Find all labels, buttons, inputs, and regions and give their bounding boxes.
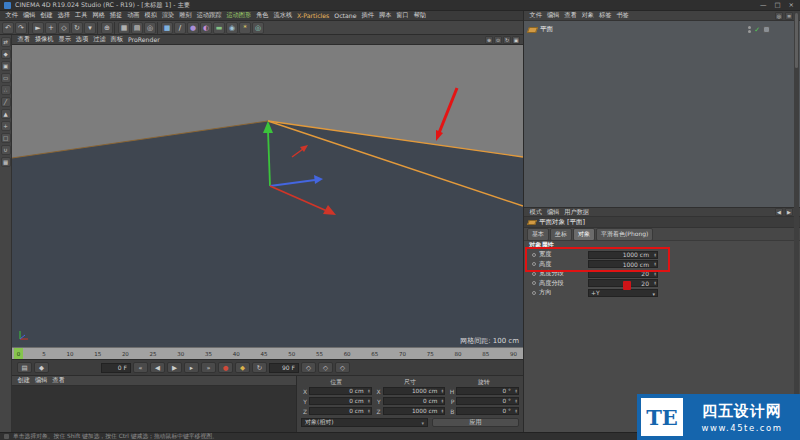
last-tool-icon[interactable]: ▾ xyxy=(84,22,96,34)
timeline-mode-icon[interactable]: ▤ xyxy=(17,362,32,373)
main-menu-item[interactable]: 选择 xyxy=(55,11,72,20)
viewport-menu-item[interactable]: 摄像机 xyxy=(32,35,56,44)
materials-menu-item[interactable]: 创建 xyxy=(15,376,32,385)
subdivision-surface-icon[interactable]: ● xyxy=(187,22,199,34)
timeline-ruler[interactable]: 0 051015202530354045505560657075808590 xyxy=(12,347,523,359)
key-interpolation-icon[interactable]: ◆ xyxy=(34,362,49,373)
deformer-icon[interactable]: ◐ xyxy=(200,22,212,34)
coordinate-field[interactable]: 1000 cm xyxy=(383,407,446,415)
keyframe-dot-icon[interactable] xyxy=(532,281,536,285)
move-tool-icon[interactable]: + xyxy=(45,22,57,34)
model-mode-icon[interactable]: ◆ xyxy=(1,49,11,59)
zoom-view-icon[interactable]: ⊙ xyxy=(494,36,502,44)
main-menu-item[interactable]: 创建 xyxy=(38,11,55,20)
coordinate-field[interactable]: 0 cm xyxy=(309,397,372,405)
polygons-mode-icon[interactable]: ▲ xyxy=(1,109,11,119)
viewport-menu-item[interactable]: 面板 xyxy=(108,35,125,44)
am-history-back-icon[interactable]: ◀ xyxy=(775,208,783,216)
coordinate-field[interactable]: 0 ° xyxy=(456,387,519,395)
separator[interactable] xyxy=(157,22,160,34)
rotate-view-icon[interactable]: ↻ xyxy=(503,36,511,44)
apply-button[interactable]: 应用 xyxy=(432,418,519,427)
render-view-icon[interactable]: ▦ xyxy=(118,22,130,34)
viewport-menu-item[interactable]: 查看 xyxy=(15,35,32,44)
undo-icon[interactable]: ↶ xyxy=(2,22,14,34)
maximize-button[interactable]: □ xyxy=(774,1,780,9)
goto-end-button[interactable]: » xyxy=(201,362,216,373)
keyframe-dot-icon[interactable] xyxy=(532,272,536,276)
floor-icon[interactable]: ▬ xyxy=(213,22,225,34)
record-scale-icon[interactable]: ◇ xyxy=(318,362,333,373)
attribute-tab[interactable]: 对象 xyxy=(573,228,595,241)
om-search-icon[interactable]: ◎ xyxy=(775,12,783,20)
texture-mode-icon[interactable]: ▣ xyxy=(1,61,11,71)
main-menu-item[interactable]: Octane xyxy=(332,12,359,19)
enable-axis-icon[interactable]: + xyxy=(1,121,11,131)
toggle-view-icon[interactable]: ▣ xyxy=(512,36,520,44)
main-menu-item[interactable]: 编辑 xyxy=(20,11,37,20)
object-row[interactable]: 平面 ✓ xyxy=(524,24,800,35)
viewport-solo-icon[interactable]: □ xyxy=(1,133,11,143)
coordinate-mode-dropdown[interactable]: 对象(相对) xyxy=(301,418,428,427)
close-button[interactable]: × xyxy=(789,1,794,9)
viewport-menu-item[interactable]: 显示 xyxy=(56,35,73,44)
make-editable-icon[interactable]: ⇄ xyxy=(1,37,11,47)
points-mode-icon[interactable]: ∴ xyxy=(1,85,11,95)
enabled-check-icon[interactable]: ✓ xyxy=(754,26,760,34)
redo-icon[interactable]: ↷ xyxy=(15,22,27,34)
viewport-menu-item[interactable]: 过滤 xyxy=(91,35,108,44)
scrollbar-thumb[interactable] xyxy=(795,13,798,68)
primitive-cube-icon[interactable]: ■ xyxy=(161,22,173,34)
minimize-button[interactable]: — xyxy=(760,1,767,9)
goto-start-button[interactable]: « xyxy=(133,362,148,373)
record-position-icon[interactable]: ◇ xyxy=(301,362,316,373)
coordinate-field[interactable]: 0 ° xyxy=(456,397,519,405)
coordinate-field[interactable]: 0 cm xyxy=(383,397,446,405)
previous-frame-button[interactable]: ◀ xyxy=(150,362,165,373)
viewport-menu-item[interactable]: 选项 xyxy=(73,35,90,44)
loop-button[interactable]: ↻ xyxy=(252,362,267,373)
attribute-manager-menu-item[interactable]: 模式 xyxy=(527,208,544,217)
camera-icon[interactable]: ◉ xyxy=(226,22,238,34)
main-menu-item[interactable]: 帮助 xyxy=(411,11,428,20)
workplane-mode-icon[interactable]: ▭ xyxy=(1,73,11,83)
render-picture-viewer-icon[interactable]: ▤ xyxy=(131,22,143,34)
am-history-forward-icon[interactable]: ▶ xyxy=(785,208,793,216)
main-menu-item[interactable]: X-Particles xyxy=(295,12,332,19)
edges-mode-icon[interactable]: ╱ xyxy=(1,97,11,107)
object-name[interactable]: 平面 xyxy=(540,25,553,34)
object-manager-menu-item[interactable]: 编辑 xyxy=(544,11,561,20)
object-manager-list[interactable]: 平面 ✓ xyxy=(524,21,800,207)
main-menu-item[interactable]: 运动跟踪 xyxy=(194,11,224,20)
end-frame-field[interactable]: 90 F xyxy=(269,363,299,373)
main-menu-item[interactable]: 网格 xyxy=(90,11,107,20)
coordinate-field[interactable]: 0 ° xyxy=(456,407,519,415)
coordinate-field[interactable]: 0 cm xyxy=(309,407,372,415)
coordinate-field[interactable]: 0 cm xyxy=(309,387,372,395)
autokey-button[interactable]: ◆ xyxy=(235,362,250,373)
attribute-tab[interactable]: 坐标 xyxy=(550,228,572,241)
main-menu-item[interactable]: 动画 xyxy=(125,11,142,20)
materials-menu-item[interactable]: 查看 xyxy=(50,376,67,385)
object-manager-menu-item[interactable]: 文件 xyxy=(527,11,544,20)
workplane-lock-icon[interactable]: ▦ xyxy=(1,157,11,167)
om-filter-icon[interactable]: ≡ xyxy=(785,12,793,20)
phong-tag-icon[interactable] xyxy=(763,26,770,33)
separator[interactable] xyxy=(97,22,100,34)
materials-list-area[interactable] xyxy=(12,386,296,432)
main-menu-item[interactable]: 雕刻 xyxy=(177,11,194,20)
main-menu-item[interactable]: 工具 xyxy=(73,11,90,20)
main-menu-item[interactable]: 渲染 xyxy=(159,11,176,20)
attribute-tab[interactable]: 平滑着色(Phong) xyxy=(596,228,653,241)
spline-pen-icon[interactable]: / xyxy=(174,22,186,34)
attribute-tab[interactable]: 基本 xyxy=(527,228,549,241)
keyframe-dot-icon[interactable] xyxy=(532,291,536,295)
main-menu-item[interactable]: 文件 xyxy=(3,11,20,20)
scale-tool-icon[interactable]: ◇ xyxy=(58,22,70,34)
main-menu-item[interactable]: 窗口 xyxy=(394,11,411,20)
main-menu-item[interactable]: 脚本 xyxy=(376,11,393,20)
materials-menu-item[interactable]: 编辑 xyxy=(32,376,49,385)
play-button[interactable]: ▶ xyxy=(167,362,182,373)
object-manager-menu-item[interactable]: 书签 xyxy=(614,11,631,20)
main-menu-item[interactable]: 插件 xyxy=(359,11,376,20)
